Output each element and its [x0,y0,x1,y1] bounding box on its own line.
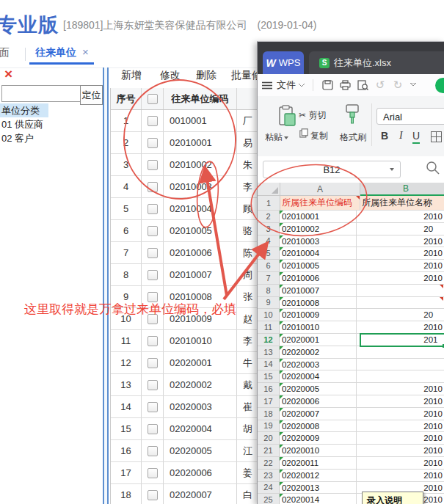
find-icon[interactable] [426,161,440,175]
cell-a4[interactable]: 02010003 [280,235,357,248]
tab-close-icon[interactable]: × [82,45,89,58]
table-row[interactable]: 402010003李 [111,176,274,198]
row-checkbox[interactable] [148,160,158,170]
cell-b7[interactable]: 2010 [357,272,444,285]
table-row[interactable]: 1402020003崔 [111,396,274,418]
row-checkbox[interactable] [148,490,158,500]
file-menu[interactable]: 文件 [277,78,296,92]
row-header-13[interactable]: 13 [258,346,280,359]
row-checkbox[interactable] [148,402,158,412]
row-header-3[interactable]: 3 [258,223,280,235]
tab-desktop[interactable]: 桌面 [0,46,23,62]
bold-button[interactable]: B [381,130,388,142]
tree-item-0[interactable]: 单位分类 [0,103,48,117]
row-checkbox[interactable] [148,336,158,346]
table-row[interactable]: 802010007周 [111,264,274,286]
cell-b2[interactable]: 2010 [357,211,444,223]
row-header-23[interactable]: 23 [258,470,280,482]
tab-contacts[interactable]: 往来单位 [35,46,76,59]
row-checkbox[interactable] [148,446,158,456]
format-painter-icon[interactable] [344,103,360,125]
document-tab[interactable]: S 往来单位.xlsx [309,51,444,74]
print-icon[interactable] [336,80,354,90]
cell-a17[interactable]: 02020006 [280,395,357,408]
cell-b14[interactable] [357,359,444,371]
row-header-5[interactable]: 5 [258,247,280,260]
column-header-b[interactable]: B [360,183,444,196]
row-header-17[interactable]: 17 [258,395,280,408]
table-row[interactable]: 502010004顾 [111,198,274,220]
row-header-12[interactable]: 12 [258,334,280,346]
row-header-25[interactable]: 25 [258,494,280,504]
cell-b16[interactable]: 2010 [357,383,444,395]
copy-button[interactable]: 复制 [310,130,328,142]
cell-b3[interactable]: 20 [357,223,444,235]
file-menu-chevron-icon[interactable] [296,84,307,87]
cell-a19[interactable]: 02020008 [280,420,357,433]
toolbar-more-chevron-icon[interactable] [407,83,420,87]
italic-button[interactable]: I [399,130,403,142]
toolbar-button-0[interactable]: 新增 [121,69,142,82]
category-search-input[interactable] [1,85,81,102]
cell-b15[interactable] [357,370,444,383]
row-checkbox[interactable] [148,270,158,280]
cell-a6[interactable]: 02010005 [280,260,357,272]
cell-a5[interactable]: 02010004 [280,247,357,260]
cell-a18[interactable]: 02020007 [280,408,357,420]
cell-a9[interactable]: 02010008 [280,297,357,310]
table-row[interactable]: 10010001厂 [111,110,274,132]
table-row[interactable]: 1802020007白 [111,484,274,504]
cell-a14[interactable]: 02020003 [280,359,357,371]
cell-a24[interactable]: 02020013 [280,482,357,494]
cell-a13[interactable]: 02020002 [280,346,357,359]
cell-a8[interactable]: 02010007 [280,285,357,297]
table-row[interactable]: 1302020002戴 [111,374,274,396]
panel-splitter[interactable] [103,67,109,504]
table-row[interactable]: 1202020001牛 [111,352,274,374]
row-checkbox[interactable] [148,182,158,192]
row-header-10[interactable]: 10 [258,309,280,321]
row-checkbox[interactable] [148,138,158,148]
row-header-15[interactable]: 15 [258,370,280,383]
table-row[interactable]: 1702020006姜 [111,462,274,484]
table-row[interactable]: 1502020004胡 [111,418,274,440]
cell-b13[interactable] [357,346,444,359]
table-row[interactable]: 302010002朱 [111,154,274,176]
cell-a21[interactable]: 02020010 [280,445,357,457]
cell-a23[interactable]: 02020012 [280,470,357,482]
row-header-7[interactable]: 7 [258,272,280,285]
table-row[interactable]: 1102010010李 [111,330,274,352]
row-checkbox[interactable] [148,468,158,478]
cell-b1[interactable]: 所属往来单位名称 [360,196,444,211]
row-header-11[interactable]: 11 [258,321,280,334]
cell-b20[interactable]: 2010 [357,432,444,445]
borders-icon[interactable] [431,131,442,142]
cell-b6[interactable]: 2010 [357,260,444,272]
row-checkbox[interactable] [148,424,158,434]
row-checkbox[interactable] [148,226,158,236]
cell-a2[interactable]: 02010001 [280,211,357,223]
wps-titlebar[interactable]: W WPS S 往来单位.xlsx [258,42,444,74]
save-icon[interactable] [319,80,336,90]
row-header-20[interactable]: 20 [258,432,280,445]
row-header-16[interactable]: 16 [258,383,280,395]
cell-a15[interactable]: 02020004 [280,370,357,383]
font-name-select[interactable]: Arial [376,108,444,125]
cell-b5[interactable]: 2010 [357,247,444,260]
table-row[interactable]: 602010005骆 [111,220,274,242]
toolbar-button-2[interactable]: 删除 [196,69,216,82]
cell-a20[interactable]: 02020009 [280,432,357,445]
cell-b19[interactable]: 2010 [357,420,444,433]
row-header-19[interactable]: 19 [258,420,280,433]
table-row[interactable]: 702010006陈 [111,242,274,264]
locate-button[interactable]: 定位 [80,85,103,105]
wps-home-tab[interactable]: W WPS [263,51,304,74]
tree-item-2[interactable]: 02 客户 [0,131,102,145]
row-header-6[interactable]: 6 [258,260,280,272]
select-all-corner[interactable] [258,183,280,196]
cell-b4[interactable]: 2010 [357,235,444,248]
row-checkbox[interactable] [148,204,158,214]
row-header-14[interactable]: 14 [258,359,280,371]
paste-button[interactable]: 粘贴 [265,131,288,144]
select-all-checkbox[interactable] [148,94,158,104]
